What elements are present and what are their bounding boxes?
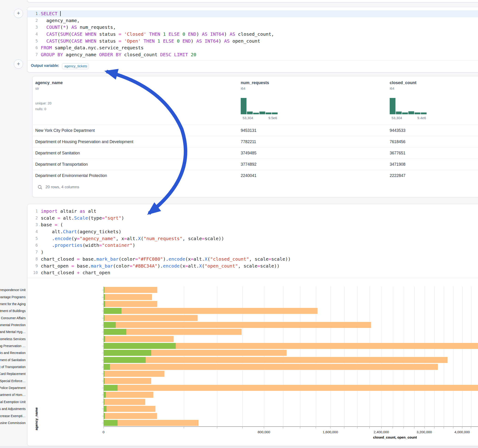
table-row-count: 20 rows, 4 columns	[45, 185, 79, 189]
gridline	[300, 286, 301, 426]
code-line[interactable]: 5 .encode(y="agency_name", x=alt.X("num_…	[27, 235, 478, 242]
y-axis-label: Personal Exemption Unit	[0, 400, 25, 404]
x-tick	[462, 427, 462, 428]
x-tick	[453, 427, 453, 428]
code-line[interactable]: 3 COUNT(*) AS num_requests,	[27, 24, 478, 31]
code-line[interactable]: 2scale = alt.Scale(type="sqrt")	[27, 215, 478, 222]
code-text: )	[41, 249, 44, 256]
code-text: SELECT	[41, 10, 61, 17]
open-bar	[104, 364, 110, 370]
dataframe-card: agency_namestrunique: 20nulls: 0num_requ…	[32, 76, 478, 197]
y-axis-label: Mayorâ€ s Office of Special Enforce…	[0, 379, 25, 383]
gridline	[316, 286, 316, 426]
open-bar	[104, 308, 121, 314]
code-line[interactable]: 10chart_closed + chart_open	[27, 269, 478, 276]
line-number: 1	[27, 10, 38, 17]
table-cell: 3749485	[241, 148, 256, 159]
table-row[interactable]: Department of Environmental Protection22…	[32, 170, 478, 181]
column-stat: unique: 20	[35, 101, 51, 105]
table-cell: Department of Transportation	[35, 159, 88, 170]
code-line[interactable]: 9chart_open = base.mark_bar(color="#8BC3…	[27, 263, 478, 270]
code-line[interactable]: 6FROM sample_data.nyc.service_requests	[27, 44, 478, 51]
fold-chevron-icon[interactable]: ⌄	[38, 11, 41, 18]
code-line[interactable]: 7)	[27, 249, 478, 256]
gridline	[330, 286, 331, 426]
open-bar	[104, 371, 104, 377]
notebook-page: + + 1⌄SELECT 2 agency_name,3 COUNT(*) AS…	[0, 0, 478, 448]
line-number: 7	[27, 249, 38, 256]
histogram-min-label: 53,304	[391, 116, 402, 120]
table-cell: 2240041	[241, 170, 256, 181]
python-code-editor[interactable]: 1import altair as alt2scale = alt.Scale(…	[27, 208, 478, 276]
open-bar	[104, 385, 118, 391]
x-tick	[424, 427, 425, 428]
gridline	[382, 286, 382, 426]
code-line[interactable]: 1⌄SELECT	[27, 10, 478, 17]
code-line[interactable]: 4 CAST(SUM(CASE WHEN status = 'Closed' T…	[27, 31, 478, 38]
gridline	[414, 286, 415, 426]
line-number: 2	[27, 215, 38, 222]
add-cell-button-top[interactable]: +	[14, 9, 23, 18]
table-cell: Department of Sanitation	[35, 148, 80, 159]
code-text: chart_closed = base.mark_bar(color="#FFC…	[41, 256, 291, 263]
closed-bar	[104, 378, 151, 384]
code-line[interactable]: 3⌄base = (	[27, 221, 478, 228]
search-icon[interactable]	[38, 185, 43, 190]
table-row[interactable]: Department of Housing Preservation and D…	[32, 136, 478, 148]
y-axis-label: New York City Police Department	[0, 386, 25, 390]
add-cell-button-middle[interactable]: +	[14, 59, 23, 69]
x-tick	[403, 427, 404, 428]
sql-code-editor[interactable]: 1⌄SELECT 2 agency_name,3 COUNT(*) AS num…	[27, 10, 478, 58]
line-number: 10	[27, 269, 38, 276]
table-header: agency_namestrunique: 20nulls: 0num_requ…	[32, 76, 478, 125]
code-text: scale = alt.Scale(type="sqrt")	[41, 215, 124, 222]
gridline	[217, 286, 217, 426]
table-cell: 3471908	[390, 159, 405, 170]
open-bar	[104, 406, 107, 412]
column-histogram[interactable]	[241, 98, 278, 114]
code-line[interactable]: 5 CAST(SUM(CASE WHEN status = 'Open' THE…	[27, 38, 478, 45]
table-cell: 7782211	[241, 136, 256, 148]
code-line[interactable]: 7GROUP BY agency_name ORDER BY closed_co…	[27, 51, 478, 58]
table-row[interactable]: Department of Transportation377489234719…	[32, 159, 478, 170]
closed-bar	[104, 385, 478, 391]
code-line[interactable]: 1import altair as alt	[27, 208, 478, 215]
open-bar	[104, 420, 118, 426]
code-text: base = (	[41, 221, 63, 228]
x-tick	[104, 427, 104, 428]
x-tick-label: 4,000,000	[454, 430, 470, 434]
code-line[interactable]: 8chart_closed = base.mark_bar(color="#FF…	[27, 256, 478, 263]
gridline	[462, 286, 463, 426]
code-text: agency_name,	[41, 17, 80, 24]
code-line[interactable]: 2 agency_name,	[27, 17, 478, 24]
table-row[interactable]: Department of Sanitation37494853677651	[32, 147, 478, 159]
output-variable-label: Output variable:	[31, 64, 59, 68]
closed-bar	[104, 364, 438, 370]
gridline	[370, 286, 370, 426]
y-axis-label: DHS Advantage Programs	[0, 295, 25, 299]
column-stat: nulls: 0	[35, 107, 46, 111]
y-axis-label: Department of Consumer Affairs	[0, 316, 25, 320]
output-variable-pill[interactable]: agency_tickets	[62, 63, 89, 69]
code-line[interactable]: 4 alt.Chart(agency_tickets)	[27, 228, 478, 235]
line-number: 5	[27, 38, 38, 45]
x-tick	[217, 427, 217, 428]
x-tick	[330, 427, 330, 428]
column-header[interactable]: num_requests	[241, 81, 269, 85]
gridline	[344, 286, 345, 426]
table-row[interactable]: New York City Police Department945313194…	[32, 125, 478, 136]
x-tick	[414, 427, 414, 428]
open-bar	[104, 287, 104, 293]
open-bar	[104, 343, 176, 349]
code-text: FROM sample_data.nyc.service_requests	[41, 44, 144, 51]
column-histogram[interactable]	[390, 98, 427, 114]
open-bar	[104, 322, 116, 328]
x-tick-label: 2,400,000	[374, 430, 389, 434]
y-axis-label: Department of Environmental Protection	[0, 323, 25, 327]
x-tick-label: 1,600,000	[323, 430, 338, 434]
code-line[interactable]: 6 .properties(width="container")	[27, 242, 478, 249]
fold-chevron-icon[interactable]: ⌄	[38, 222, 41, 229]
histogram-bar	[247, 112, 253, 114]
column-header[interactable]: closed_count	[390, 81, 416, 85]
column-header[interactable]: agency_name	[35, 81, 63, 85]
